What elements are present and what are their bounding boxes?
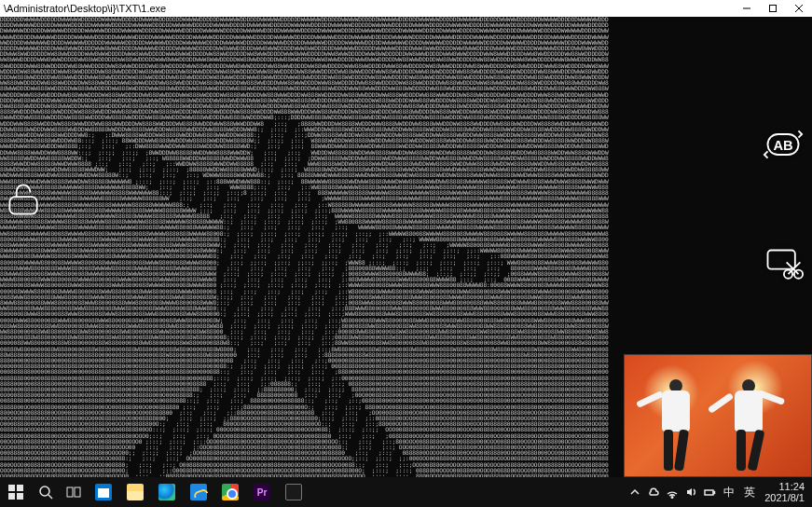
titlebar[interactable]: \Administrator\Desktop\i}\TXT\1.exe — [0, 0, 812, 17]
svg-text:AB: AB — [773, 138, 792, 153]
tray-ime-primary[interactable]: 中 — [720, 477, 738, 507]
console-icon — [285, 484, 302, 500]
taskbar-app-store[interactable] — [88, 477, 119, 507]
svg-rect-14 — [8, 493, 15, 500]
tray-chevron-up-icon[interactable] — [626, 477, 643, 507]
taskbar-app-ie[interactable] — [183, 477, 214, 507]
tray-battery-icon[interactable] — [701, 477, 718, 507]
system-tray: 中 英 11:24 2021/8/1 — [626, 477, 812, 507]
taskbar-pinned: Pr — [0, 477, 310, 507]
start-button[interactable] — [0, 477, 32, 507]
tray-volume-icon[interactable] — [682, 477, 699, 507]
lock-toggle[interactable] — [2, 177, 45, 220]
tray-ime-secondary[interactable]: 英 — [740, 477, 759, 507]
tray-network-icon[interactable] — [664, 477, 681, 507]
performer-figure — [725, 379, 772, 473]
window-controls — [734, 0, 812, 17]
tray-clock[interactable]: 11:24 2021/8/1 — [761, 481, 808, 503]
ie-icon — [190, 484, 207, 500]
edge-icon — [158, 484, 175, 500]
svg-line-17 — [48, 495, 52, 499]
svg-rect-19 — [75, 487, 80, 497]
svg-rect-18 — [67, 487, 73, 497]
ab-loop-button[interactable]: AB — [762, 123, 805, 166]
premiere-icon: Pr — [254, 484, 270, 500]
chrome-icon — [222, 484, 239, 500]
minimize-button[interactable] — [734, 0, 760, 17]
search-button[interactable] — [32, 477, 60, 507]
screenshot-clip-button[interactable] — [762, 244, 805, 287]
store-icon — [95, 484, 112, 500]
tray-cloud-icon[interactable] — [645, 477, 662, 507]
task-view-button[interactable] — [60, 477, 88, 507]
svg-rect-4 — [9, 197, 36, 213]
pip-video-preview[interactable] — [624, 354, 812, 477]
folder-icon — [127, 484, 144, 500]
svg-rect-13 — [17, 485, 23, 491]
svg-rect-1 — [770, 6, 777, 12]
taskbar-app-chrome[interactable] — [214, 477, 246, 507]
svg-rect-12 — [8, 485, 15, 491]
performer-figure — [653, 379, 699, 473]
svg-rect-22 — [714, 492, 715, 494]
maximize-button[interactable] — [760, 0, 786, 17]
svg-point-20 — [671, 497, 673, 499]
svg-rect-21 — [705, 490, 713, 495]
svg-rect-15 — [17, 493, 23, 500]
taskbar-app-file-explorer[interactable] — [119, 477, 151, 507]
svg-point-16 — [40, 486, 49, 496]
tray-date: 2021/8/1 — [764, 492, 805, 503]
taskbar: Pr 中 英 11:24 2021/8/1 — [0, 477, 812, 507]
window-title: \Administrator\Desktop\i}\TXT\1.exe — [4, 3, 734, 14]
taskbar-app-edge[interactable] — [151, 477, 183, 507]
taskbar-app-console[interactable] — [278, 477, 310, 507]
taskbar-app-premiere[interactable]: Pr — [246, 477, 278, 507]
close-button[interactable] — [786, 0, 812, 17]
tray-time: 11:24 — [778, 481, 805, 492]
